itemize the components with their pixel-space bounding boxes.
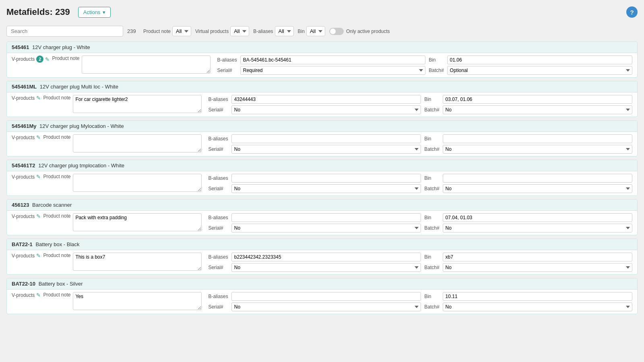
v-products-label: V-products <box>12 135 35 140</box>
product-note-label: Product note <box>43 174 70 179</box>
serial-select[interactable]: RequiredNoOptional <box>240 66 425 75</box>
product-note-filter: Product note All <box>143 26 191 36</box>
product-note-label: Product note <box>52 56 79 61</box>
active-products-label: Only active products <box>346 29 390 34</box>
b-aliases-input[interactable] <box>231 292 421 301</box>
product-sku: 456123 <box>12 202 29 208</box>
bin-input[interactable] <box>443 134 632 143</box>
serial-select[interactable]: RequiredNoOptional <box>231 224 421 232</box>
batch-select[interactable]: OptionalNoRequired <box>443 302 632 311</box>
header: Metafields: 239 Actions ▾ ? <box>6 6 638 18</box>
product-note-textarea[interactable]: Pack with extra padding <box>73 213 202 231</box>
edit-icon[interactable]: ✎ <box>36 253 41 259</box>
b-aliases-input[interactable] <box>231 253 421 261</box>
product-block: BAT22-10 Battery box - Silver V-products… <box>6 278 638 314</box>
edit-icon[interactable]: ✎ <box>45 56 50 62</box>
bin-input[interactable] <box>443 174 632 183</box>
product-note-label: Product note <box>43 292 70 298</box>
edit-icon[interactable]: ✎ <box>36 213 41 219</box>
left-area: V-products 2 ✎ Product note <box>12 56 211 74</box>
product-header: 545461My 12V charger plug Mylocation - W… <box>7 121 637 132</box>
left-area: V-products ✎ Product note <box>12 174 202 192</box>
virtual-products-select[interactable]: All <box>230 26 249 36</box>
serial-label: Serial# <box>217 68 237 73</box>
product-note-textarea[interactable]: Yes <box>73 292 202 310</box>
product-header: 456123 Barcode scanner <box>7 200 637 211</box>
b-aliases-input[interactable] <box>231 213 421 222</box>
b-aliases-select[interactable]: All <box>275 26 294 36</box>
page-container: Metafields: 239 Actions ▾ ? 239 Product … <box>0 0 644 362</box>
product-fields-area: V-products ✎ Product note For car cigare… <box>7 93 637 117</box>
bin-input[interactable] <box>443 95 632 104</box>
bin-input[interactable] <box>447 56 632 64</box>
search-input[interactable] <box>6 26 123 37</box>
virtual-products-filter: Virtual products All <box>195 26 249 36</box>
bin-input[interactable] <box>443 253 632 261</box>
product-name: 12V charger plug - White <box>32 44 90 50</box>
edit-icon[interactable]: ✎ <box>36 174 41 180</box>
help-button[interactable]: ? <box>626 6 638 18</box>
bin-input[interactable] <box>443 292 632 301</box>
product-note-select[interactable]: All <box>172 26 191 36</box>
product-header: 545461T2 12V charger plug tmplocation - … <box>7 160 637 171</box>
product-note-textarea[interactable] <box>82 56 211 74</box>
edit-icon[interactable]: ✎ <box>36 95 41 101</box>
b-aliases-label: B-aliases <box>208 294 228 299</box>
batch-select[interactable]: OptionalNoRequired <box>447 66 632 75</box>
bin-label: Bin <box>429 57 444 63</box>
b-aliases-input[interactable] <box>231 95 421 104</box>
product-name: 12V charger plug tmplocation - White <box>38 162 124 169</box>
product-note-label: Product note <box>43 95 70 101</box>
vproducts-group: V-products ✎ <box>12 95 41 101</box>
b-aliases-input[interactable] <box>231 134 421 143</box>
b-aliases-label: B-aliases <box>217 57 237 63</box>
serial-select[interactable]: RequiredNoOptional <box>231 302 421 311</box>
edit-icon[interactable]: ✎ <box>36 292 41 298</box>
edit-icon[interactable]: ✎ <box>36 134 41 140</box>
product-note-label: Product note <box>43 213 70 219</box>
bin-label: Bin <box>424 136 439 142</box>
product-note-textarea[interactable]: This is a box7 <box>73 253 202 271</box>
b-aliases-label: B-aliases <box>208 215 228 220</box>
product-note-filter-label: Product note <box>143 29 171 34</box>
b-aliases-label: B-aliases <box>208 175 228 181</box>
actions-button[interactable]: Actions ▾ <box>78 7 111 18</box>
serial-select[interactable]: RequiredNoOptional <box>231 184 421 193</box>
product-sku: BAT22-10 <box>12 281 35 287</box>
product-name: Battery box - Black <box>35 241 79 247</box>
b-aliases-input[interactable] <box>240 56 425 64</box>
left-area: V-products ✎ Product note Pack with extr… <box>12 213 202 231</box>
batch-select[interactable]: OptionalNoRequired <box>443 105 632 114</box>
active-products-toggle[interactable] <box>329 28 344 35</box>
serial-select[interactable]: RequiredNoOptional <box>231 105 421 114</box>
batch-select[interactable]: OptionalNoRequired <box>443 263 632 272</box>
batch-select[interactable]: OptionalNoRequired <box>443 224 632 232</box>
product-note-textarea[interactable] <box>73 174 202 192</box>
b-aliases-filter-label: B-aliases <box>253 29 273 34</box>
bin-select[interactable]: All <box>306 26 325 36</box>
b-aliases-input[interactable] <box>231 174 421 183</box>
v-products-label: V-products <box>12 174 35 180</box>
bin-label: Bin <box>424 175 439 181</box>
products-container: 545461 12V charger plug - White V-produc… <box>6 41 638 314</box>
product-note-textarea[interactable] <box>73 134 202 152</box>
batch-select[interactable]: OptionalNoRequired <box>443 184 632 193</box>
product-fields-area: V-products ✎ Product note Pack with extr… <box>7 211 637 235</box>
product-name: Barcode scanner <box>32 202 72 208</box>
serial-select[interactable]: RequiredNoOptional <box>231 263 421 272</box>
product-header: 545461ML 12V charger plug Multi loc - Wh… <box>7 81 637 93</box>
bin-input[interactable] <box>443 213 632 222</box>
product-sku: 545461ML <box>12 84 37 90</box>
left-area: V-products ✎ Product note For car cigare… <box>12 95 202 113</box>
batch-select[interactable]: OptionalNoRequired <box>443 145 632 154</box>
right-area: B-aliases Bin Serial# RequiredNoOptional… <box>202 134 632 154</box>
b-aliases-label: B-aliases <box>208 97 228 102</box>
batch-label: Batch# <box>424 107 439 113</box>
serial-select[interactable]: RequiredNoOptional <box>231 145 421 154</box>
vproducts-group: V-products ✎ <box>12 134 41 140</box>
product-note-textarea[interactable]: For car cigarette lighter2 <box>73 95 202 113</box>
product-note-label: Product note <box>43 253 70 258</box>
b-aliases-label: B-aliases <box>208 254 228 260</box>
v-products-badge: 2 <box>36 56 43 63</box>
product-sku: BAT22-1 <box>12 241 33 247</box>
